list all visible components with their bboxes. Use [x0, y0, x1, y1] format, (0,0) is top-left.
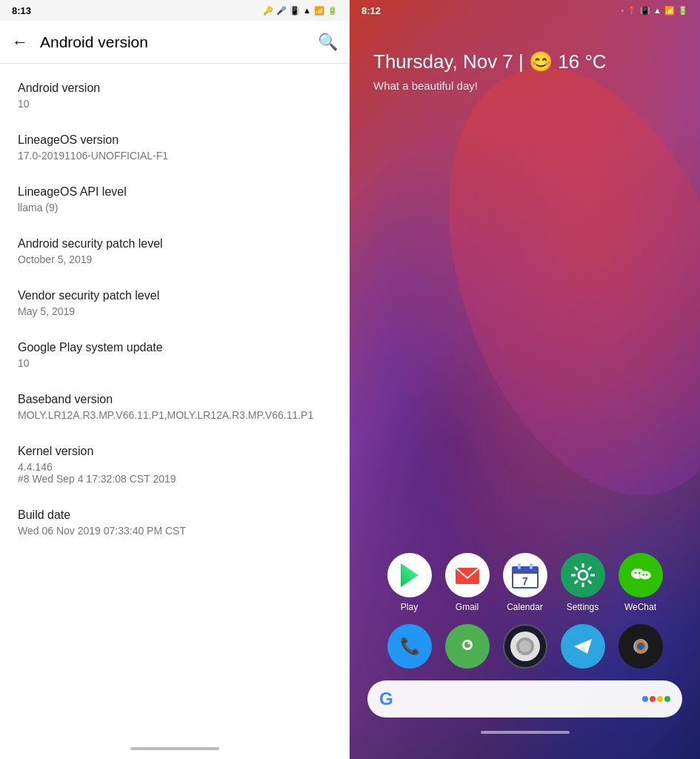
info-title-5: Google Play system update	[18, 341, 332, 354]
info-item-4[interactable]: Vendor security patch level May 5, 2019	[0, 277, 350, 329]
calendar-icon: 7	[503, 553, 547, 597]
info-value-8: Wed 06 Nov 2019 07:33:40 PM CST	[18, 525, 332, 537]
status-bar-left: 8:13 🔑 🎤 📳 ▲ 📶 🔋	[0, 0, 350, 21]
info-title-2: LineageOS API level	[18, 185, 332, 199]
battery-icon: 🔋	[327, 6, 338, 16]
weather-subtitle: What a beautiful day!	[373, 79, 676, 92]
svg-rect-5	[512, 571, 539, 574]
info-value-5: 10	[18, 357, 332, 369]
weather-section: Thursday, Nov 7 | 😊 16 °C What a beautif…	[350, 21, 700, 107]
signal-icon-right: 📶	[664, 6, 675, 16]
app-icon-gmail[interactable]: Gmail	[445, 553, 490, 612]
wechat-icon	[619, 553, 663, 597]
time-right: 8:12	[361, 5, 381, 16]
vibrate-icon-right: 📳	[640, 6, 650, 16]
telegram-icon	[561, 624, 605, 669]
app-grid: PlayGmail7CalendarSettingsWeChat 📞 G	[350, 107, 700, 759]
nav-indicator	[130, 747, 219, 750]
time-left: 8:13	[12, 5, 31, 16]
phone-icon: 📞	[387, 624, 432, 669]
firefox-icon	[619, 624, 663, 669]
svg-point-25	[642, 574, 644, 576]
battery-icon-right: 🔋	[678, 6, 688, 16]
right-panel: 8:12 ● 📍 📳 ▲ 📶 🔋 Thursday, Nov 7 | 😊 16 …	[350, 0, 700, 759]
search-button[interactable]: 🔍	[318, 33, 338, 52]
google-mic-dots	[642, 696, 670, 702]
info-item-7[interactable]: Kernel version 4.4.146 #8 Wed Sep 4 17:3…	[0, 433, 350, 497]
app-icon-play[interactable]: Play	[387, 553, 432, 612]
info-title-4: Vendor security patch level	[18, 289, 332, 302]
svg-point-22	[639, 571, 651, 580]
info-value-3: October 5, 2019	[18, 253, 332, 265]
messages-icon	[503, 624, 547, 669]
info-item-3[interactable]: Android security patch level October 5, …	[0, 225, 350, 277]
nav-bottom	[361, 717, 688, 747]
svg-point-24	[638, 572, 640, 574]
gmail-label: Gmail	[456, 602, 479, 612]
status-icons-left: 🔑 🎤 📳 ▲ 📶 🔋	[263, 6, 338, 16]
info-item-8[interactable]: Build date Wed 06 Nov 2019 07:33:40 PM C…	[0, 497, 350, 548]
info-value-0: 10	[18, 98, 332, 110]
app-icon-facetime[interactable]	[445, 624, 490, 669]
info-item-5[interactable]: Google Play system update 10	[0, 329, 350, 381]
app-icon-calendar[interactable]: 7Calendar	[503, 553, 547, 612]
info-item-2[interactable]: LineageOS API level llama (9)	[0, 173, 350, 225]
svg-marker-0	[401, 563, 419, 587]
left-panel: 8:13 🔑 🎤 📳 ▲ 📶 🔋 ← Android version 🔍 And…	[0, 0, 350, 759]
facetime-icon	[445, 624, 490, 669]
dot-red	[650, 696, 656, 702]
nav-indicator-right	[481, 731, 570, 734]
top-bar: ← Android version 🔍	[0, 21, 350, 64]
status-bar-right: 8:12 ● 📍 📳 ▲ 📶 🔋	[350, 0, 700, 21]
page-title: Android version	[40, 33, 306, 51]
svg-rect-9	[530, 563, 533, 569]
location-icon: 📍	[627, 6, 637, 16]
info-title-1: LineageOS version	[18, 133, 332, 147]
key-icon: 🔑	[263, 6, 273, 16]
info-value-2: llama (9)	[18, 202, 332, 213]
info-list: Android version 10 LineageOS version 17.…	[0, 64, 350, 738]
status-icons-right: ● 📍 📳 ▲ 📶 🔋	[621, 6, 688, 16]
svg-rect-8	[518, 563, 521, 569]
svg-point-23	[634, 572, 636, 574]
svg-text:7: 7	[522, 575, 528, 587]
dot-green	[664, 696, 670, 702]
info-item-1[interactable]: LineageOS version 17.0-20191106-UNOFFICI…	[0, 122, 350, 173]
app-icon-messages[interactable]	[503, 624, 547, 669]
info-title-3: Android security patch level	[18, 237, 332, 251]
vibrate-icon: 📳	[290, 6, 300, 16]
signal-icon: 📶	[314, 6, 324, 16]
svg-point-32	[467, 643, 470, 645]
svg-point-41	[637, 643, 644, 650]
app-icon-phone[interactable]: 📞	[387, 624, 432, 669]
app-icon-telegram[interactable]	[561, 624, 605, 669]
info-item-0[interactable]: Android version 10	[0, 70, 350, 122]
play-label: Play	[401, 602, 418, 612]
weather-date: Thursday, Nov 7 | 😊 16 °C	[373, 50, 676, 73]
google-search-bar[interactable]: G	[367, 680, 682, 717]
info-title-8: Build date	[18, 508, 332, 522]
info-value-1: 17.0-20191106-UNOFFICIAL-F1	[18, 150, 332, 162]
play-icon	[387, 553, 432, 597]
wifi-icon: ▲	[303, 6, 311, 15]
app-row-2: 📞	[361, 624, 688, 669]
wechat-label: WeChat	[624, 602, 656, 612]
dot-icon: ●	[621, 8, 624, 13]
info-value-4: May 5, 2019	[18, 305, 332, 317]
svg-text:📞: 📞	[399, 636, 420, 656]
app-row-1: PlayGmail7CalendarSettingsWeChat	[361, 553, 688, 612]
google-g-icon: G	[379, 689, 393, 709]
gmail-icon	[445, 553, 490, 597]
settings-icon	[561, 553, 605, 597]
back-button[interactable]: ←	[12, 33, 28, 52]
info-value-6: MOLY.LR12A.R3.MP.V66.11.P1,MOLY.LR12A.R3…	[18, 409, 332, 421]
app-icon-firefox[interactable]	[619, 624, 663, 669]
info-item-6[interactable]: Baseband version MOLY.LR12A.R3.MP.V66.11…	[0, 381, 350, 433]
calendar-label: Calendar	[507, 602, 543, 612]
svg-point-35	[519, 640, 531, 652]
app-icon-wechat[interactable]: WeChat	[619, 553, 663, 612]
info-title-7: Kernel version	[18, 445, 332, 458]
svg-point-26	[645, 574, 647, 576]
app-icon-settings[interactable]: Settings	[561, 553, 605, 612]
info-title-6: Baseband version	[18, 393, 332, 406]
